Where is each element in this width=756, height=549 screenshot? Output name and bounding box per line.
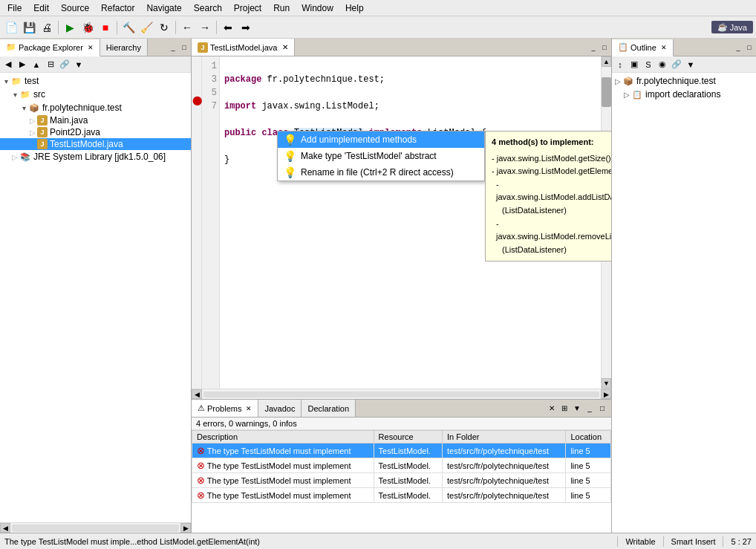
col-description: Description (192, 431, 374, 444)
table-row[interactable]: ⊗ The type TestListModel must implement … (192, 458, 611, 473)
problem-resource-1: TestListModel. (374, 458, 442, 473)
tab-hierarchy[interactable]: Hierarchy (100, 39, 148, 56)
refresh-btn[interactable]: ↻ (156, 19, 172, 36)
editor-hscroll-left[interactable]: ◀ (192, 389, 202, 399)
table-row[interactable]: ⊗ The type TestListModel must implement … (192, 444, 611, 458)
editor-hscroll-right[interactable]: ▶ (601, 389, 611, 399)
outline-fields-btn[interactable]: ▣ (628, 58, 641, 71)
nav-fwd-btn[interactable]: ➡ (238, 19, 254, 36)
menu-refactor[interactable]: Refactor (95, 1, 140, 15)
outline-item-package[interactable]: ▷ 📦 fr.polytechnique.test (612, 74, 756, 88)
forward-btn[interactable]: ▶ (16, 58, 29, 71)
statusbar-sep2 (663, 536, 664, 547)
table-row[interactable]: ⊗ The type TestListModel must implement … (192, 488, 611, 503)
scrollbar-right-arrow[interactable]: ▶ (180, 523, 191, 533)
vscroll-up[interactable]: ▲ (602, 56, 611, 67)
tree-item-package[interactable]: ▾ 📦 fr.polytechnique.test (0, 101, 191, 114)
menu-search[interactable]: Search (188, 1, 228, 15)
editor-maximize-btn[interactable]: □ (599, 42, 610, 53)
stop-btn[interactable]: ■ (97, 19, 114, 36)
left-h-scrollbar[interactable]: ◀ ▶ (0, 522, 191, 533)
tab-outline[interactable]: 📋 Outline ✕ (612, 39, 674, 56)
tree-item-point2d[interactable]: ▷ J Point2D.java (0, 126, 191, 138)
tab-javadoc[interactable]: Javadoc (258, 400, 302, 417)
menu-source[interactable]: Source (55, 1, 95, 15)
outline-static-btn[interactable]: S (642, 58, 655, 71)
outline-menu-btn[interactable]: ▼ (684, 58, 697, 71)
outline-item-imports[interactable]: ▷ 📋 import declarations (612, 88, 756, 101)
editor-tab-close[interactable]: ✕ (282, 43, 288, 51)
outline-sort-btn[interactable]: ↕ (613, 58, 627, 71)
build-btn[interactable]: 🔨 (120, 19, 137, 36)
error-gutter: ⬤ (192, 56, 202, 389)
center-panel: J TestListModel.java ✕ _ □ ⬤ 1 3 (192, 39, 611, 399)
outline-sync-btn[interactable]: 🔗 (670, 58, 683, 71)
tree-icon-test: 📁 (10, 75, 22, 87)
tree-item-main[interactable]: ▷ J Main.java (0, 114, 191, 126)
editor-minimize-btn[interactable]: _ (588, 42, 599, 53)
menu-project[interactable]: Project (228, 1, 267, 15)
bottom-minimize-btn[interactable]: _ (584, 403, 596, 415)
menu-window[interactable]: Window (296, 1, 339, 15)
tree-item-src[interactable]: ▾ 📁 src (0, 88, 191, 101)
menu-navigate[interactable]: Navigate (140, 1, 187, 15)
menu-help[interactable]: Help (339, 1, 370, 15)
tab-declaration[interactable]: Declaration (302, 400, 356, 417)
save-btn[interactable]: 💾 (21, 19, 37, 36)
problems-filter-btn[interactable]: ⊞ (558, 403, 570, 415)
table-row[interactable]: ⊗ The type TestListModel must implement … (192, 473, 611, 488)
menu-run[interactable]: Run (267, 1, 296, 15)
outline-tab-close[interactable]: ✕ (661, 44, 667, 51)
menu-btn[interactable]: ▼ (72, 58, 85, 71)
outline-minimize-btn[interactable]: _ (733, 42, 743, 53)
prev-edit-btn[interactable]: ← (179, 19, 195, 36)
back-btn[interactable]: ◀ (1, 58, 15, 71)
tab-package-explorer-close[interactable]: ✕ (88, 44, 94, 51)
nav-back-btn[interactable]: ⬅ (220, 19, 236, 36)
editor-hscroll-track[interactable] (203, 392, 599, 397)
menu-edit[interactable]: Edit (27, 1, 55, 15)
problems-tab-close[interactable]: ✕ (246, 405, 252, 412)
problem-desc-1: ⊗ The type TestListModel must implement (192, 458, 374, 473)
scrollbar-track[interactable] (12, 524, 179, 532)
up-btn[interactable]: ▲ (30, 58, 43, 71)
vscroll-down[interactable]: ▼ (602, 378, 611, 389)
left-minimize-btn[interactable]: _ (168, 42, 178, 53)
bottom-maximize-btn[interactable]: □ (596, 403, 608, 415)
tree-icon-package: 📦 (28, 102, 40, 114)
menu-file[interactable]: File (1, 1, 27, 15)
debug-btn[interactable]: 🐞 (79, 19, 96, 36)
problems-scroll[interactable]: Description Resource In Folder Location … (192, 430, 611, 533)
print-btn[interactable]: 🖨 (39, 19, 55, 36)
run-btn[interactable]: ▶ (62, 19, 78, 36)
vscroll-thumb[interactable] (602, 77, 611, 107)
clean-btn[interactable]: 🧹 (138, 19, 154, 36)
perspective-java[interactable]: ☕ Java (711, 21, 753, 33)
new-btn[interactable]: 📄 (3, 19, 19, 36)
quickfix-item-rename[interactable]: 💡 Rename in file (Ctrl+2 R direct access… (278, 164, 484, 181)
tree-item-jre[interactable]: ▷ 📚 JRE System Library [jdk1.5.0_06] (0, 150, 191, 163)
next-edit-btn[interactable]: → (197, 19, 213, 36)
error-marker: ⬤ (192, 95, 202, 105)
col-resource: Resource (374, 431, 442, 444)
outline-maximize-btn[interactable]: □ (744, 42, 755, 53)
collapse-btn[interactable]: ⊟ (44, 58, 57, 71)
quickfix-item-add[interactable]: 💡 Add unimplemented methods (278, 131, 484, 148)
quickfix-bulb-icon3: 💡 (284, 166, 296, 178)
link-btn[interactable]: 🔗 (58, 58, 71, 71)
problems-collapse-btn[interactable]: ▼ (571, 403, 583, 415)
left-maximize-btn[interactable]: □ (179, 42, 189, 53)
problem-folder-1: test/src/fr/polytechnique/test (443, 458, 566, 473)
tree-item-testlistmodel[interactable]: J TestListModel.java (0, 138, 191, 150)
tree-item-test[interactable]: ▾ 📁 test (0, 74, 191, 88)
problems-close-btn[interactable]: ✕ (546, 403, 558, 415)
error-icon-0: ⊗ (197, 445, 205, 456)
outline-hide-btn[interactable]: ◉ (656, 58, 669, 71)
editor-h-scrollbar[interactable]: ◀ ▶ (192, 389, 611, 399)
problem-resource-0: TestListModel. (374, 444, 442, 458)
quickfix-item-abstract[interactable]: 💡 Make type 'TestListModel' abstract (278, 148, 484, 164)
tab-problems[interactable]: ⚠ Problems ✕ (192, 400, 258, 417)
scrollbar-left-arrow[interactable]: ◀ (0, 523, 10, 533)
editor-tab-testlistmodel[interactable]: J TestListModel.java ✕ (192, 39, 295, 56)
tab-package-explorer[interactable]: 📁 Package Explorer ✕ (0, 39, 100, 56)
